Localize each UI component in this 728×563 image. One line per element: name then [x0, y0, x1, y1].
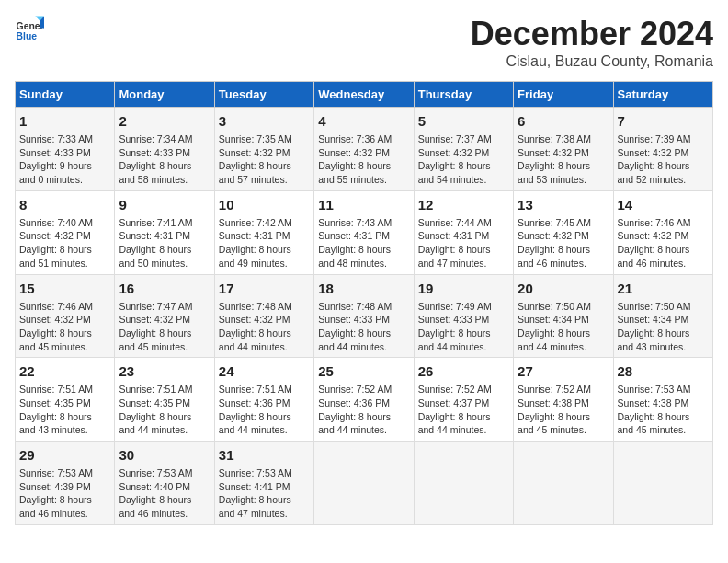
cell-info: Sunset: 4:32 PM [219, 146, 310, 160]
cell-info: Sunset: 4:32 PM [418, 146, 509, 160]
calendar-week-2: 8Sunrise: 7:40 AMSunset: 4:32 PMDaylight… [16, 190, 713, 274]
cell-info: Sunrise: 7:38 AM [518, 132, 609, 146]
day-number: 21 [618, 279, 709, 298]
day-number: 14 [618, 195, 709, 214]
cell-info: Sunrise: 7:50 AM [618, 300, 709, 314]
header-saturday: Saturday [613, 82, 712, 108]
cell-info: Daylight: 8 hours [418, 410, 509, 424]
cell-info: Sunrise: 7:43 AM [318, 216, 409, 230]
cell-info: Sunset: 4:32 PM [518, 229, 609, 243]
cell-info: and 45 minutes. [618, 423, 709, 437]
calendar-week-4: 22Sunrise: 7:51 AMSunset: 4:35 PMDayligh… [16, 358, 713, 442]
day-number: 15 [19, 279, 110, 298]
cell-info: Sunrise: 7:51 AM [19, 383, 110, 396]
cell-info: Sunset: 4:38 PM [518, 396, 609, 410]
calendar-cell: 12Sunrise: 7:44 AMSunset: 4:31 PMDayligh… [414, 190, 513, 274]
day-number: 2 [119, 111, 210, 131]
calendar-cell: 24Sunrise: 7:51 AMSunset: 4:36 PMDayligh… [214, 358, 313, 442]
cell-info: Sunrise: 7:52 AM [518, 383, 609, 396]
cell-info: Sunset: 4:35 PM [119, 396, 210, 410]
day-number: 10 [219, 195, 310, 214]
cell-info: Sunset: 4:32 PM [19, 229, 110, 243]
day-number: 3 [219, 111, 310, 131]
cell-info: Daylight: 8 hours [518, 243, 609, 257]
cell-info: Daylight: 8 hours [219, 410, 310, 424]
day-number: 23 [119, 362, 210, 381]
cell-info: Sunset: 4:31 PM [318, 229, 409, 243]
cell-info: Sunrise: 7:34 AM [119, 132, 210, 146]
calendar-cell: 27Sunrise: 7:52 AMSunset: 4:38 PMDayligh… [514, 358, 613, 442]
cell-info: Daylight: 8 hours [219, 243, 310, 257]
cell-info: and 46 minutes. [518, 257, 609, 270]
cell-info: Sunset: 4:38 PM [618, 396, 709, 410]
cell-info: and 44 minutes. [518, 340, 609, 354]
day-number: 13 [518, 195, 609, 214]
calendar-cell: 22Sunrise: 7:51 AMSunset: 4:35 PMDayligh… [16, 358, 115, 442]
page-subtitle: Cislau, Buzau County, Romania [471, 53, 713, 70]
cell-info: Daylight: 8 hours [418, 243, 509, 257]
calendar-cell: 14Sunrise: 7:46 AMSunset: 4:32 PMDayligh… [613, 190, 712, 274]
cell-info: and 57 minutes. [219, 173, 310, 187]
calendar-cell: 7Sunrise: 7:39 AMSunset: 4:32 PMDaylight… [613, 108, 712, 191]
cell-info: Daylight: 8 hours [219, 159, 310, 173]
day-number: 25 [318, 362, 409, 381]
cell-info: Sunrise: 7:44 AM [418, 216, 509, 230]
calendar-cell: 23Sunrise: 7:51 AMSunset: 4:35 PMDayligh… [115, 358, 214, 442]
cell-info: and 58 minutes. [119, 173, 210, 187]
cell-info: Daylight: 8 hours [318, 243, 409, 257]
cell-info: Sunrise: 7:53 AM [19, 466, 110, 480]
cell-info: Daylight: 9 hours [19, 159, 110, 173]
day-number: 7 [618, 111, 709, 131]
calendar-cell: 8Sunrise: 7:40 AMSunset: 4:32 PMDaylight… [16, 190, 115, 274]
calendar-cell [414, 442, 513, 525]
header-monday: Monday [115, 82, 214, 108]
day-number: 19 [418, 279, 509, 298]
calendar-week-3: 15Sunrise: 7:46 AMSunset: 4:32 PMDayligh… [16, 274, 713, 358]
cell-info: and 46 minutes. [119, 507, 210, 521]
calendar-week-1: 1Sunrise: 7:33 AMSunset: 4:33 PMDaylight… [16, 108, 713, 191]
cell-info: and 44 minutes. [318, 423, 409, 437]
cell-info: Sunrise: 7:35 AM [219, 132, 310, 146]
cell-info: Daylight: 8 hours [19, 327, 110, 340]
cell-info: Sunset: 4:33 PM [318, 313, 409, 327]
calendar-cell: 26Sunrise: 7:52 AMSunset: 4:37 PMDayligh… [414, 358, 513, 442]
cell-info: and 44 minutes. [418, 340, 509, 354]
calendar-cell: 18Sunrise: 7:48 AMSunset: 4:33 PMDayligh… [314, 274, 414, 358]
calendar-table: SundayMondayTuesdayWednesdayThursdayFrid… [15, 81, 713, 525]
cell-info: and 46 minutes. [19, 507, 110, 521]
cell-info: and 53 minutes. [518, 173, 609, 187]
day-number: 20 [518, 279, 609, 298]
cell-info: Sunrise: 7:48 AM [318, 300, 409, 314]
cell-info: Daylight: 8 hours [19, 243, 110, 257]
cell-info: Daylight: 8 hours [119, 327, 210, 340]
day-number: 4 [318, 111, 409, 131]
day-number: 24 [219, 362, 310, 381]
cell-info: and 44 minutes. [318, 340, 409, 354]
cell-info: Sunset: 4:32 PM [518, 146, 609, 160]
calendar-cell: 30Sunrise: 7:53 AMSunset: 4:40 PMDayligh… [115, 442, 214, 525]
cell-info: and 46 minutes. [618, 257, 709, 270]
calendar-cell: 4Sunrise: 7:36 AMSunset: 4:32 PMDaylight… [314, 108, 414, 191]
calendar-cell: 9Sunrise: 7:41 AMSunset: 4:31 PMDaylight… [115, 190, 214, 274]
cell-info: Daylight: 8 hours [318, 327, 409, 340]
cell-info: Daylight: 8 hours [418, 159, 509, 173]
calendar-week-5: 29Sunrise: 7:53 AMSunset: 4:39 PMDayligh… [16, 442, 713, 525]
cell-info: and 47 minutes. [219, 507, 310, 521]
cell-info: Sunset: 4:33 PM [119, 146, 210, 160]
cell-info: Sunset: 4:35 PM [19, 396, 110, 410]
cell-info: Daylight: 8 hours [418, 327, 509, 340]
day-number: 17 [219, 279, 310, 298]
cell-info: Daylight: 8 hours [618, 327, 709, 340]
cell-info: and 44 minutes. [219, 423, 310, 437]
cell-info: Sunset: 4:34 PM [518, 313, 609, 327]
cell-info: Daylight: 8 hours [318, 159, 409, 173]
day-number: 27 [518, 362, 609, 381]
cell-info: Sunset: 4:32 PM [119, 313, 210, 327]
cell-info: Sunrise: 7:53 AM [219, 466, 310, 480]
cell-info: and 43 minutes. [618, 340, 709, 354]
cell-info: Daylight: 8 hours [119, 159, 210, 173]
cell-info: Sunset: 4:32 PM [19, 313, 110, 327]
cell-info: Sunrise: 7:52 AM [318, 383, 409, 396]
day-number: 12 [418, 195, 509, 214]
header-wednesday: Wednesday [314, 82, 414, 108]
